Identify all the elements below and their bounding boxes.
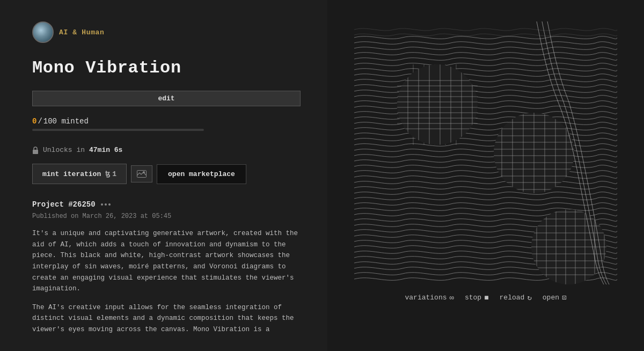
author-row: AI & Human (32, 21, 301, 43)
tezos-icon: ꜩ (105, 170, 110, 178)
author-name[interactable]: AI & Human (59, 28, 105, 36)
action-row: mint iteration ꜩ 1 open marketplace (32, 164, 301, 184)
description-paragraph-2: The AI's creative input allows for the s… (32, 302, 301, 335)
open-label: open (543, 294, 559, 302)
variations-label: variations (405, 294, 447, 302)
artwork-svg (354, 21, 617, 284)
dot-1 (101, 203, 103, 206)
right-panel: variations ∞ stop ■ reload ↻ open ⊡ (327, 0, 644, 351)
progress-bar (32, 129, 204, 131)
mint-price-value: 1 (112, 170, 116, 178)
stop-label: stop (465, 294, 481, 302)
minted-separator: / (38, 117, 42, 126)
dots-menu[interactable] (101, 203, 111, 206)
project-title: Mono Vibration (32, 58, 301, 78)
artwork-controls: variations ∞ stop ■ reload ↻ open ⊡ (405, 293, 567, 302)
publish-date: Published on March 26, 2023 at 05:45 (32, 213, 171, 220)
open-icon: ⊡ (562, 293, 566, 302)
svg-point-2 (143, 171, 145, 173)
minted-section: 0 / 100 minted (32, 117, 301, 131)
svg-point-19 (397, 64, 478, 145)
mint-price: ꜩ 1 (105, 170, 116, 178)
minted-total: 100 minted (43, 117, 89, 126)
description-paragraph-1: It's a unique and captivating generative… (32, 228, 301, 295)
description: It's a unique and captivating generative… (32, 228, 301, 343)
lock-icon (32, 147, 39, 154)
open-control[interactable]: open ⊡ (543, 293, 567, 302)
project-number: Project #26250 (32, 200, 96, 209)
minted-label: 0 / 100 minted (32, 117, 301, 126)
svg-rect-0 (33, 150, 38, 154)
project-info: Project #26250 Published on March 26, 20… (32, 200, 301, 221)
unlock-row: Unlocks in 47min 6s (32, 146, 301, 154)
reload-control[interactable]: reload ↻ (500, 293, 532, 302)
edit-button[interactable]: edit (32, 91, 301, 106)
artwork-container (354, 21, 617, 284)
reload-icon: ↻ (527, 293, 531, 302)
dot-3 (108, 203, 111, 206)
reload-label: reload (500, 294, 525, 302)
stop-control[interactable]: stop ■ (465, 294, 489, 302)
mint-label: mint iteration (42, 170, 101, 178)
project-number-row: Project #26250 (32, 200, 301, 209)
stop-icon: ■ (484, 294, 488, 302)
mint-button[interactable]: mint iteration ꜩ 1 (32, 164, 127, 184)
open-marketplace-button[interactable]: open marketplace (157, 164, 246, 184)
minted-current: 0 (32, 117, 36, 126)
image-icon (137, 170, 147, 178)
variations-icon: ∞ (450, 294, 454, 302)
avatar (32, 21, 54, 43)
unlock-time: 47min 6s (89, 146, 122, 154)
unlock-prefix: Unlocks in (43, 146, 85, 154)
image-icon-button[interactable] (131, 165, 152, 182)
dot-2 (105, 203, 107, 206)
variations-control[interactable]: variations ∞ (405, 294, 454, 302)
